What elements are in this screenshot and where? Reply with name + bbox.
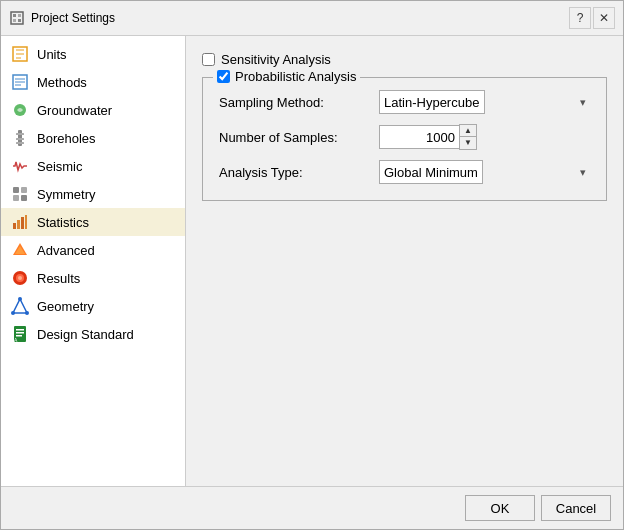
analysis-type-select[interactable]: Global Minimum Local Minimum Mean (379, 160, 483, 184)
statistics-icon (11, 213, 29, 231)
sensitivity-analysis-checkbox[interactable] (202, 53, 215, 66)
ok-button[interactable]: OK (465, 495, 535, 521)
sampling-method-row: Sampling Method: Latin-Hypercube Monte C… (219, 90, 590, 114)
svg-rect-19 (21, 187, 27, 193)
spinbox-up-button[interactable]: ▲ (460, 125, 476, 137)
probabilistic-analysis-group: Probabilistic Analysis Sampling Method: … (202, 77, 607, 201)
number-of-samples-input[interactable] (379, 125, 459, 149)
sidebar-label-seismic: Seismic (37, 159, 83, 174)
svg-rect-25 (25, 215, 27, 229)
sidebar-label-design-standard: Design Standard (37, 327, 134, 342)
svg-point-32 (18, 297, 22, 301)
sidebar-item-symmetry[interactable]: Symmetry (1, 180, 185, 208)
svg-rect-20 (13, 195, 19, 201)
sidebar-item-results[interactable]: Results (1, 264, 185, 292)
sidebar-label-boreholes: Boreholes (37, 131, 96, 146)
svg-rect-16 (16, 138, 24, 140)
number-of-samples-label: Number of Samples: (219, 130, 379, 145)
svg-point-34 (25, 311, 29, 315)
sidebar-item-geometry[interactable]: Geometry (1, 292, 185, 320)
main-content: Sensitivity Analysis Probabilistic Analy… (186, 36, 623, 486)
analysis-type-label: Analysis Type: (219, 165, 379, 180)
svg-point-33 (11, 311, 15, 315)
svg-point-30 (18, 276, 22, 280)
analysis-type-row: Analysis Type: Global Minimum Local Mini… (219, 160, 590, 184)
close-button[interactable]: ✕ (593, 7, 615, 29)
svg-rect-37 (16, 332, 24, 334)
sidebar-item-statistics[interactable]: Statistics (1, 208, 185, 236)
svg-rect-24 (21, 217, 24, 229)
sidebar-label-groundwater: Groundwater (37, 103, 112, 118)
sidebar-item-boreholes[interactable]: Boreholes (1, 124, 185, 152)
spinbox-buttons: ▲ ▼ (459, 124, 477, 150)
svg-rect-2 (18, 14, 21, 17)
group-box-legend: Probabilistic Analysis (213, 69, 360, 84)
spinbox-wrapper: ▲ ▼ (379, 124, 477, 150)
sidebar-label-geometry: Geometry (37, 299, 94, 314)
methods-icon (11, 73, 29, 91)
sampling-method-label: Sampling Method: (219, 95, 379, 110)
probabilistic-analysis-label[interactable]: Probabilistic Analysis (235, 69, 356, 84)
svg-marker-31 (13, 299, 27, 313)
dialog-window: Project Settings ? ✕ Units (0, 0, 624, 530)
title-bar-icon (9, 10, 25, 26)
symmetry-icon (11, 185, 29, 203)
svg-rect-23 (17, 220, 20, 229)
svg-rect-21 (21, 195, 27, 201)
sidebar-item-units[interactable]: Units (1, 40, 185, 68)
help-button[interactable]: ? (569, 7, 591, 29)
sidebar-item-advanced[interactable]: Advanced (1, 236, 185, 264)
design-standard-icon: A (11, 325, 29, 343)
sidebar-label-advanced: Advanced (37, 243, 95, 258)
sidebar-item-seismic[interactable]: Seismic (1, 152, 185, 180)
number-of-samples-control: ▲ ▼ (379, 124, 590, 150)
sampling-method-control: Latin-Hypercube Monte Carlo Sobol (379, 90, 590, 114)
analysis-type-control: Global Minimum Local Minimum Mean (379, 160, 590, 184)
title-bar-controls: ? ✕ (569, 7, 615, 29)
spinbox-down-button[interactable]: ▼ (460, 137, 476, 149)
dialog-footer: OK Cancel (1, 486, 623, 529)
seismic-icon (11, 157, 29, 175)
sidebar-label-symmetry: Symmetry (37, 187, 96, 202)
analysis-type-select-wrapper: Global Minimum Local Minimum Mean (379, 160, 590, 184)
cancel-button[interactable]: Cancel (541, 495, 611, 521)
groundwater-icon (11, 101, 29, 119)
geometry-icon (11, 297, 29, 315)
svg-rect-18 (13, 187, 19, 193)
sidebar-item-design-standard[interactable]: A Design Standard (1, 320, 185, 348)
svg-rect-36 (16, 329, 24, 331)
sidebar-label-units: Units (37, 47, 67, 62)
svg-rect-0 (11, 12, 23, 24)
advanced-icon (11, 241, 29, 259)
results-icon (11, 269, 29, 287)
sidebar-item-methods[interactable]: Methods (1, 68, 185, 96)
probabilistic-analysis-checkbox[interactable] (217, 70, 230, 83)
dialog-body: Units Methods (1, 36, 623, 486)
number-of-samples-row: Number of Samples: ▲ ▼ (219, 124, 590, 150)
svg-rect-22 (13, 223, 16, 229)
sampling-method-select[interactable]: Latin-Hypercube Monte Carlo Sobol (379, 90, 485, 114)
title-bar: Project Settings ? ✕ (1, 1, 623, 36)
sidebar-item-groundwater[interactable]: Groundwater (1, 96, 185, 124)
svg-rect-15 (16, 133, 24, 135)
svg-rect-3 (13, 19, 16, 22)
svg-rect-17 (16, 142, 24, 144)
sidebar: Units Methods (1, 36, 186, 486)
title-bar-text: Project Settings (31, 11, 569, 25)
sidebar-label-results: Results (37, 271, 80, 286)
sensitivity-analysis-row: Sensitivity Analysis (202, 52, 607, 67)
sampling-method-select-wrapper: Latin-Hypercube Monte Carlo Sobol (379, 90, 590, 114)
sensitivity-analysis-label[interactable]: Sensitivity Analysis (221, 52, 331, 67)
sidebar-label-statistics: Statistics (37, 215, 89, 230)
svg-rect-1 (13, 14, 16, 17)
units-icon (11, 45, 29, 63)
sidebar-label-methods: Methods (37, 75, 87, 90)
svg-rect-4 (18, 19, 21, 22)
boreholes-icon (11, 129, 29, 147)
